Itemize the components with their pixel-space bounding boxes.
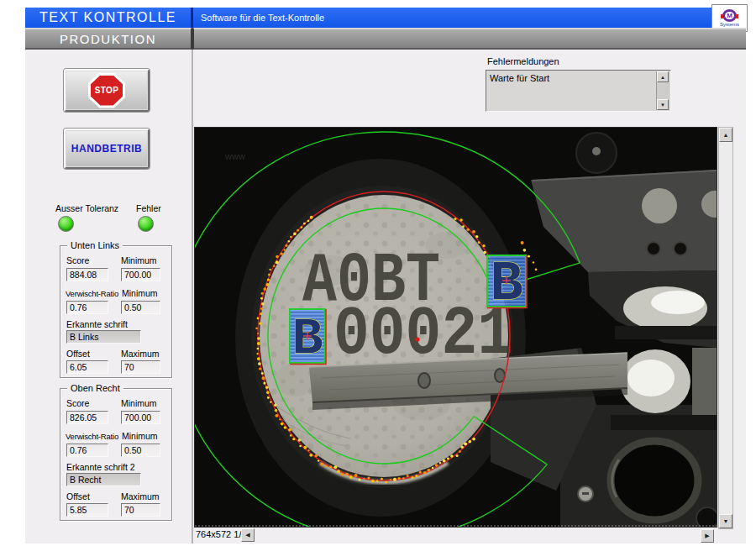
center-marker-dot [415, 337, 419, 341]
tab-produktion[interactable]: PRODUKTION [25, 32, 191, 46]
tab-divider [191, 28, 194, 50]
scroll-down-icon[interactable]: ▼ [719, 514, 732, 528]
ratio-min-value: 0.50 [121, 444, 160, 457]
maximum-value: 70 [121, 503, 160, 517]
score-label: Score [66, 255, 89, 265]
ratio-min-label: Minimum [122, 288, 158, 298]
stop-label: STOP [95, 86, 119, 95]
title-bar: TEXT KONTROLLE Software für die Text-Kon… [25, 8, 711, 28]
stop-button[interactable]: STOP [64, 69, 150, 112]
group-title: Oben Recht [67, 383, 123, 393]
logo-ring-icon: M [722, 9, 737, 22]
ratio-value: 0.76 [66, 301, 108, 314]
image-watermark: www [224, 151, 245, 161]
panel-divider [192, 50, 193, 543]
score-value: 884.08 [66, 268, 108, 281]
stop-sign-icon: STOP [88, 73, 125, 108]
ratio-value: 0.76 [66, 444, 108, 457]
ratio-min-label: Minimum [122, 431, 158, 441]
message-scrollbar[interactable]: ▲ ▼ [656, 71, 669, 110]
score-label: Score [66, 398, 89, 408]
ausser-toleranz-led [58, 216, 74, 232]
app-subtitle: Software für die Text-Kontrolle [193, 13, 324, 23]
offset-label: Offset [66, 349, 90, 359]
ratio-label: Verwischt-Ratio [66, 289, 118, 298]
logo-caption: Systems [720, 22, 739, 28]
schrift-label: Erkannte schrift 2 [66, 462, 135, 472]
match-box-right: B [487, 253, 527, 316]
scroll-up-icon[interactable]: ▲ [657, 71, 669, 82]
maximum-label: Maximum [121, 491, 160, 501]
fehlermeldungen-label: Fehlermeldungen [487, 56, 559, 66]
offset-value: 5.85 [66, 503, 108, 517]
ratio-label: Verwischt-Ratio [66, 432, 118, 441]
score-value: 826.05 [66, 411, 108, 424]
handbetrieb-label: HANDBETRIB [71, 143, 142, 155]
fehlermeldungen-box[interactable]: Warte für Start ▲ ▼ [486, 70, 671, 112]
offset-label: Offset [66, 491, 90, 501]
handbetrieb-button[interactable]: HANDBETRIB [64, 129, 150, 169]
image-size-status: 764x572 1/1 [196, 529, 247, 539]
camera-image-display: A0BT 00021 [194, 127, 717, 528]
group-title: Unten Links [67, 240, 123, 250]
schrift-value: B Recht [66, 473, 141, 486]
camera-image: A0BT 00021 [195, 128, 717, 527]
scroll-right-icon[interactable]: ▶ [701, 529, 714, 543]
schrift-label: Erkannte schrift [66, 319, 128, 329]
schrift-value: B Links [66, 330, 141, 344]
minimum-value: 700.00 [121, 268, 160, 281]
ratio-min-value: 0.50 [121, 301, 160, 314]
message-text: Warte für Start [490, 73, 549, 83]
group-oben-recht: Oben Recht Score Minimum 826.05 700.00 V… [60, 388, 172, 521]
scroll-left-icon[interactable]: ◀ [241, 528, 255, 542]
scroll-down-icon[interactable]: ▼ [657, 99, 669, 110]
fehler-label: Fehler [136, 203, 161, 213]
app-title: TEXT KONTROLLE [25, 10, 191, 25]
maximum-value: 70 [121, 360, 160, 374]
tab-bar: PRODUKTION [25, 28, 746, 50]
group-unten-links: Unten Links Score Minimum 884.08 700.00 … [60, 245, 172, 378]
maximum-label: Maximum [121, 349, 160, 359]
offset-value: 6.05 [66, 360, 108, 374]
image-vertical-scrollbar[interactable]: ▲ ▼ [718, 127, 733, 529]
scroll-up-icon[interactable]: ▲ [719, 128, 732, 142]
minimum-label: Minimum [121, 398, 157, 408]
match-box-left: B [290, 309, 326, 369]
ausser-toleranz-label: Ausser Toleranz [55, 203, 118, 213]
minimum-value: 700.00 [121, 411, 160, 424]
fehler-led [138, 216, 154, 232]
app-window: TEXT KONTROLLE Software für die Text-Kon… [0, 0, 756, 546]
minimum-label: Minimum [121, 255, 157, 265]
